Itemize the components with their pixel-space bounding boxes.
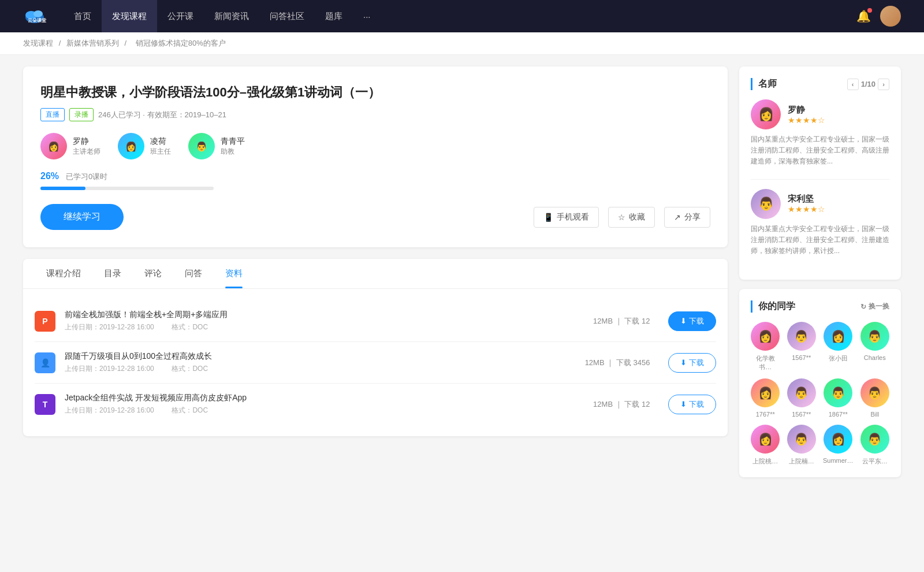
tab-resources[interactable]: 资料 [214, 259, 254, 288]
teacher-next-button[interactable]: › [878, 79, 889, 90]
mobile-icon: 📱 [543, 213, 553, 222]
nav-news[interactable]: 新闻资讯 [204, 0, 259, 32]
teacher-name-1: 宋利坚 [788, 194, 825, 205]
res-meta-1: 上传日期：2019-12-28 16:00 格式：DOC [65, 364, 576, 374]
share-icon: ↗ [674, 213, 681, 222]
nav-right: 🔔 [856, 6, 901, 27]
nav-quiz[interactable]: 题库 [315, 0, 353, 32]
classmate-7: 👨 Bill [860, 378, 889, 418]
nav-more[interactable]: ··· [353, 0, 381, 32]
instructor-avatar-1: 👩 [118, 133, 144, 159]
teacher-header-0: 👩 罗静 ★★★★☆ [751, 99, 889, 129]
res-title-0: 前端全栈加强版！前端全栈+全周期+多端应用 [65, 310, 584, 320]
star-icon: ☆ [618, 213, 625, 222]
classmate-avatar-8[interactable]: 👩 [751, 425, 780, 454]
classmate-avatar-0[interactable]: 👩 [751, 322, 780, 351]
instructor-role-1: 班主任 [150, 147, 171, 157]
mobile-watch-button[interactable]: 📱 手机观看 [534, 207, 599, 228]
instructor-avatar-0: 👩 [40, 133, 67, 159]
badge-record: 录播 [69, 108, 94, 121]
collect-button[interactable]: ☆ 收藏 [608, 207, 655, 228]
classmate-avatar-9[interactable]: 👨 [787, 425, 816, 454]
svg-text:云朵课堂: 云朵课堂 [28, 18, 46, 23]
classmate-avatar-11[interactable]: 👨 [860, 425, 889, 454]
download-button-1[interactable]: ⬇ 下载 [668, 353, 716, 373]
tab-catalog[interactable]: 目录 [92, 259, 133, 288]
classmate-name-10: Summer… [823, 457, 854, 464]
teacher-item-0: 👩 罗静 ★★★★☆ 国内某重点大学安全工程专业硕士，国家一级注册消防工程师、注… [751, 99, 889, 168]
teacher-stars-0: ★★★★☆ [788, 116, 825, 125]
refresh-icon: ↻ [860, 303, 866, 311]
classmate-11: 👨 云平东… [860, 425, 889, 466]
nav-open-course[interactable]: 公开课 [157, 0, 204, 32]
logo[interactable]: 云朵课堂 [23, 5, 46, 28]
classmate-avatar-5[interactable]: 👨 [787, 378, 816, 407]
teacher-divider [751, 179, 889, 180]
bell-icon[interactable]: 🔔 [856, 9, 871, 23]
classmate-avatar-6[interactable]: 👨 [824, 378, 852, 407]
classmate-avatar-2[interactable]: 👩 [824, 322, 852, 351]
teacher-prev-button[interactable]: ‹ [847, 79, 859, 90]
share-button[interactable]: ↗ 分享 [664, 207, 710, 228]
classmate-1: 👨 1567** [787, 322, 815, 372]
instructor-0: 👩 罗静 主讲老师 [40, 133, 100, 159]
instructor-name-1: 凌荷 [150, 136, 171, 147]
teacher-desc-0: 国内某重点大学安全工程专业硕士，国家一级注册消防工程师、注册安全工程师、高级注册… [751, 134, 889, 168]
classmate-avatar-10[interactable]: 👩 [824, 425, 852, 454]
svg-point-2 [33, 10, 43, 17]
classmate-name-2: 张小田 [829, 354, 848, 363]
resource-item-0: P 前端全栈加强版！前端全栈+全周期+多端应用 上传日期：2019-12-28 … [35, 300, 716, 342]
navigation: 云朵课堂 首页 发现课程 公开课 新闻资讯 问答社区 题库 ··· 🔔 [0, 0, 924, 32]
nav-discover[interactable]: 发现课程 [102, 0, 157, 32]
classmate-avatar-7[interactable]: 👨 [860, 378, 889, 407]
nav-home[interactable]: 首页 [64, 0, 102, 32]
classmate-name-8: 上院桃… [752, 457, 778, 466]
classmate-name-7: Bill [870, 411, 879, 418]
classmate-avatar-1[interactable]: 👨 [787, 322, 816, 351]
sidebar: 名师 ‹ 1/10 › 👩 罗静 ★★★★☆ [739, 66, 901, 486]
main-content: 明星中教授课，小学阶段语法100分–强化级第1讲动词（一） 直播 录播 246人… [23, 66, 728, 486]
teacher-desc-1: 国内某重点大学安全工程专业硕士，国家一级注册消防工程师、注册安全工程师、注册建造… [751, 224, 889, 257]
teacher-avatar-0: 👩 [751, 99, 781, 129]
course-actions: 继续学习 📱 手机观看 ☆ 收藏 ↗ 分享 [40, 204, 710, 230]
course-card: 明星中教授课，小学阶段语法100分–强化级第1讲动词（一） 直播 录播 246人… [23, 66, 728, 247]
user-avatar-nav[interactable] [880, 6, 901, 27]
classmate-avatar-3[interactable]: 👨 [860, 322, 889, 351]
classmate-5: 👨 1567** [787, 378, 815, 418]
download-button-2[interactable]: ⬇ 下载 [668, 395, 716, 414]
classmate-name-3: Charles [864, 354, 886, 361]
classmate-name-6: 1867** [829, 411, 848, 418]
nav-qa[interactable]: 问答社区 [259, 0, 315, 32]
tabs-nav: 课程介绍 目录 评论 问答 资料 [23, 259, 728, 289]
continue-button[interactable]: 继续学习 [40, 204, 124, 230]
course-badges: 直播 录播 246人已学习 · 有效期至：2019–10–21 [40, 108, 710, 121]
instructor-2: 👨 青青平 助教 [188, 133, 245, 159]
teacher-avatar-1: 👨 [751, 189, 781, 219]
res-meta-2: 上传日期：2019-12-28 16:00 格式：DOC [65, 406, 584, 415]
classmate-8: 👩 上院桃… [751, 425, 780, 466]
instructor-1: 👩 凌荷 班主任 [118, 133, 171, 159]
breadcrumb-series[interactable]: 新媒体营销系列 [66, 39, 119, 47]
classmate-name-5: 1567** [792, 411, 811, 418]
res-icon-0: P [35, 311, 55, 332]
classmate-avatar-4[interactable]: 👩 [751, 378, 780, 407]
classmate-name-11: 云平东… [862, 457, 888, 466]
tabs-section: 课程介绍 目录 评论 问答 资料 P 前端全栈加强版！前端全栈+全周期+多端应用… [23, 259, 728, 436]
res-info-1: 跟随千万级项目从0到100全过程高效成长 上传日期：2019-12-28 16:… [65, 351, 576, 374]
breadcrumb-discover[interactable]: 发现课程 [23, 39, 53, 47]
classmate-4: 👩 1767** [751, 378, 780, 418]
res-title-2: Jetpack全组件实战 开发短视频应用高仿皮皮虾App [65, 393, 584, 403]
tab-intro[interactable]: 课程介绍 [35, 259, 92, 288]
teacher-stars-1: ★★★★☆ [788, 205, 825, 214]
classmates-grid: 👩 化学教书… 👨 1567** 👩 张小田 👨 Charles 👩 1767*… [751, 322, 889, 466]
teachers-title: 名师 ‹ 1/10 › [751, 78, 889, 90]
instructors: 👩 罗静 主讲老师 👩 凌荷 班主任 [40, 133, 710, 159]
breadcrumb: 发现课程 / 新媒体营销系列 / 销冠修炼术搞定80%的客户 [0, 32, 924, 55]
refresh-button[interactable]: ↻ 换一换 [860, 302, 889, 311]
tab-comments[interactable]: 评论 [133, 259, 173, 288]
download-button-0[interactable]: ⬇ 下载 [668, 311, 716, 331]
course-meta: 246人已学习 · 有效期至：2019–10–21 [98, 110, 226, 120]
progress-percent: 26% [40, 171, 59, 181]
tab-qa[interactable]: 问答 [173, 259, 214, 288]
tab-content-resources: P 前端全栈加强版！前端全栈+全周期+多端应用 上传日期：2019-12-28 … [23, 289, 728, 436]
